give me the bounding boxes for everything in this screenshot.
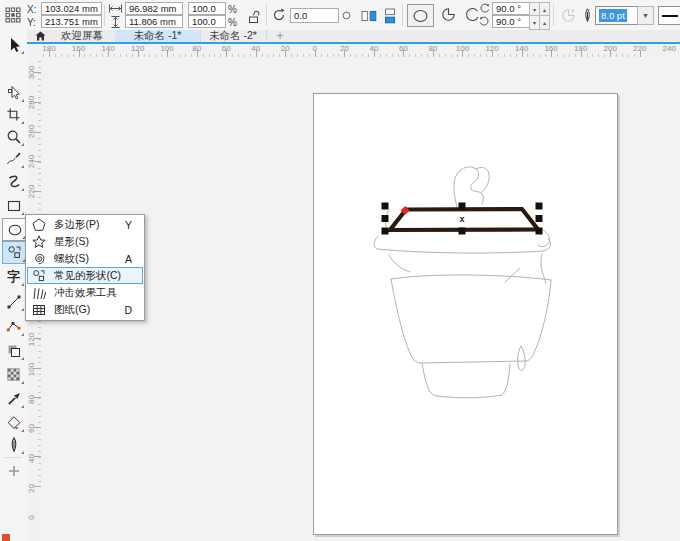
end-angle-icon [478, 15, 490, 27]
pick-arrow-icon [6, 37, 22, 53]
shadow-tool[interactable] [2, 340, 25, 361]
h-ruler-label: 40 [251, 44, 260, 53]
flyout-item-common-shapes[interactable]: 常见的形状(C) [27, 267, 143, 284]
checkerboard-icon [6, 367, 21, 382]
text-tool[interactable]: 字 [2, 266, 25, 287]
toolbox-divider [4, 457, 22, 458]
lock-ratio-icon[interactable] [246, 9, 262, 25]
flyout-item-graph-paper[interactable]: 图纸(G) D [27, 301, 143, 318]
v-ruler-label: 260 [27, 124, 36, 140]
home-tab-button[interactable] [32, 30, 48, 42]
h-ruler-label: 120 [485, 44, 498, 53]
scale-horizontal-input[interactable] [188, 2, 226, 15]
artistic-media-tool[interactable] [2, 171, 25, 192]
outline-pen-tool[interactable] [2, 434, 25, 455]
magnifier-icon [6, 129, 22, 145]
zoom-tool[interactable] [2, 126, 25, 147]
h-ruler-label: 120 [131, 44, 144, 53]
customize-toolbox-button[interactable] [2, 460, 25, 481]
star-icon [31, 235, 47, 249]
pick-tool[interactable] [2, 34, 25, 55]
freehand-tool[interactable] [2, 148, 25, 169]
rectangle-icon [6, 198, 22, 214]
object-position-grid-icon[interactable] [4, 6, 22, 24]
h-ruler-label: 180 [42, 44, 55, 53]
end-angle-spin-up[interactable]: ▴ [539, 15, 550, 30]
v-ruler-label: 0 [27, 510, 36, 526]
x-label: X: [27, 4, 36, 15]
line-style-select[interactable] [658, 6, 680, 25]
x-position-input[interactable] [41, 2, 102, 15]
spiral-icon [31, 252, 47, 266]
change-direction-icon[interactable] [558, 6, 578, 24]
freehand-pen-icon [6, 151, 22, 167]
h-ruler-label: 160 [72, 44, 85, 53]
v-ruler-label: 80 [27, 391, 36, 407]
h-ruler-label: 140 [515, 44, 528, 53]
h-ruler-label: 200 [604, 44, 617, 53]
object-height-icon [108, 16, 122, 27]
v-ruler-label: 20 [27, 480, 36, 496]
connector-tool[interactable] [2, 316, 25, 337]
artistic-stroke-icon [6, 174, 22, 190]
outline-width-dropdown-arrow[interactable]: ▼ [637, 6, 654, 25]
object-height-input[interactable] [125, 15, 183, 28]
fill-diamond-icon [6, 415, 22, 431]
h-ruler-label: 100 [160, 44, 173, 53]
mirror-horizontal-icon[interactable] [360, 7, 378, 24]
common-shapes-tool[interactable] [2, 241, 27, 264]
v-ruler-label: 60 [27, 421, 36, 437]
v-ruler-label: 240 [27, 154, 36, 170]
start-angle-input[interactable] [492, 2, 531, 15]
color-swatch-partial [2, 534, 10, 541]
v-ruler-label: 40 [27, 450, 36, 466]
transparency-tool[interactable] [2, 364, 25, 385]
crop-tool[interactable] [2, 104, 25, 125]
eyedropper-icon [6, 391, 22, 407]
degree-icon [340, 9, 352, 21]
tab-untitled-1[interactable]: 未命名 -1* [115, 30, 201, 42]
start-angle-icon [478, 2, 490, 14]
h-ruler-label: 0 [313, 44, 317, 53]
h-ruler-label: 140 [101, 44, 114, 53]
tab-untitled-2[interactable]: 未命名 -2* [200, 30, 267, 42]
percent-label-v: % [228, 17, 237, 28]
line-tool[interactable] [2, 291, 25, 312]
object-width-input[interactable] [125, 2, 183, 15]
rotation-icon [271, 7, 287, 23]
ruler-origin-corner [27, 44, 42, 58]
h-ruler-label: 80 [192, 44, 201, 53]
two-point-line-icon [6, 294, 22, 310]
flyout-item-polygon[interactable]: 多边形(P) Y [27, 216, 143, 233]
new-document-tab-button[interactable]: + [272, 28, 288, 42]
common-shapes-icon [7, 245, 22, 260]
impact-rays-icon [31, 286, 47, 300]
h-ruler-label: 180 [574, 44, 587, 53]
property-bar: X: Y: % % [0, 0, 680, 31]
pie-mode-button[interactable] [436, 4, 460, 25]
outline-width-select[interactable]: 8.0 pt [595, 6, 642, 25]
y-position-input[interactable] [41, 15, 102, 28]
ellipse-mode-button[interactable] [407, 4, 434, 27]
mirror-vertical-icon[interactable] [381, 7, 399, 24]
tab-welcome-screen[interactable]: 欢迎屏幕 [49, 30, 116, 42]
end-angle-input[interactable] [492, 15, 531, 28]
plus-icon [7, 464, 21, 478]
text-tool-glyph: 字 [7, 268, 20, 286]
rotation-angle-input[interactable] [290, 8, 339, 23]
flyout-item-spiral[interactable]: 螺纹(S) A [27, 250, 143, 267]
flyout-item-star[interactable]: 星形(S) [27, 233, 143, 250]
v-ruler-label: 280 [27, 94, 36, 110]
shape-tools-flyout-menu: 多边形(P) Y 星形(S) 螺纹(S) A 常见的形状(C) 冲击效果工具 图… [25, 214, 145, 321]
drop-shadow-icon [6, 343, 22, 359]
ellipse-tool[interactable] [2, 218, 27, 241]
y-label: Y: [27, 17, 36, 28]
eyedropper-tool[interactable] [2, 388, 25, 409]
h-ruler-label: 60 [399, 44, 408, 53]
rectangle-tool[interactable] [2, 195, 25, 216]
percent-label-h: % [228, 4, 237, 15]
flyout-item-impact-tool[interactable]: 冲击效果工具 [27, 284, 143, 301]
scale-vertical-input[interactable] [188, 15, 226, 28]
shape-tool[interactable] [2, 82, 25, 103]
smart-fill-tool[interactable] [2, 412, 25, 433]
